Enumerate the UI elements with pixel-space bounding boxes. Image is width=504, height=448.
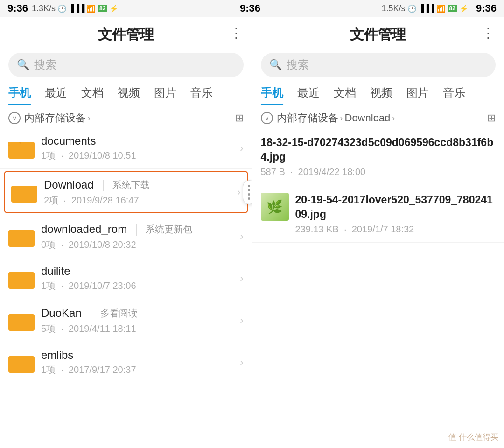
left-tab-docs[interactable]: 文档 bbox=[81, 82, 104, 105]
folder-icon-download bbox=[11, 181, 37, 203]
file-thumb-1: 🌿 bbox=[261, 193, 289, 221]
left-panel: 文件管理 ⋮ 🔍 搜索 手机 最近 文档 视频 图片 音乐 ∨ 内部存储设备 › bbox=[0, 17, 252, 448]
right-search-placeholder: 搜索 bbox=[287, 57, 309, 72]
folder-meta-download: 2项 · 2019/9/28 16:47 bbox=[44, 194, 237, 207]
left-file-list: documents 1项 · 2019/10/8 10:51 › bbox=[0, 128, 252, 448]
signal-icon-left: ▐▐▐ bbox=[69, 4, 84, 13]
left-search-icon: 🔍 bbox=[17, 59, 29, 71]
left-tab-recent[interactable]: 最近 bbox=[45, 82, 67, 105]
folder-name-duilite: duilite bbox=[41, 265, 240, 278]
folder-icon-duokan bbox=[8, 309, 35, 332]
status-time-left: 9:36 bbox=[7, 2, 28, 14]
folder-item-duokan[interactable]: DuoKan ｜ 多看阅读 5项 · 2019/4/11 18:11 › bbox=[0, 299, 252, 342]
battery-left: 82 bbox=[98, 5, 107, 12]
folder-icon-documents bbox=[8, 137, 35, 160]
right-tab-phone[interactable]: 手机 bbox=[261, 82, 283, 105]
right-panel-header: 文件管理 ⋮ bbox=[252, 17, 504, 49]
right-tabs: 手机 最近 文档 视频 图片 音乐 bbox=[252, 82, 504, 105]
folder-item-downloaded-rom[interactable]: downloaded_rom ｜ 系统更新包 0项 · 2019/10/8 20… bbox=[0, 215, 252, 258]
file-info-1: 20-19-54-2017lover520_537709_78024109.jp… bbox=[295, 193, 496, 235]
right-tab-recent[interactable]: 最近 bbox=[297, 82, 320, 105]
left-panel-title: 文件管理 bbox=[98, 25, 154, 44]
status-time-center: 9:36 bbox=[240, 2, 260, 14]
left-search-bar[interactable]: 🔍 搜索 bbox=[8, 53, 244, 77]
file-thumb-placeholder-1: 🌿 bbox=[261, 193, 289, 221]
left-grid-view-button[interactable]: ⊞ bbox=[235, 112, 244, 124]
watermark: 值 什么值得买 bbox=[448, 432, 498, 442]
left-tab-phone[interactable]: 手机 bbox=[8, 82, 31, 105]
folder-chevron-download: › bbox=[237, 186, 240, 198]
status-icons-left: 1.3K/s 🕐 ▐▐▐ 📶 82 ⚡ bbox=[32, 4, 119, 14]
folder-item-emlibs[interactable]: emlibs 1项 · 2017/9/17 20:37 › bbox=[0, 342, 252, 383]
folder-info-duokan: DuoKan ｜ 多看阅读 5项 · 2019/4/11 18:11 bbox=[41, 306, 240, 335]
file-name-1: 20-19-54-2017lover520_537709_78024109.jp… bbox=[295, 193, 496, 222]
right-breadcrumb-root: 内部存储设备 bbox=[277, 111, 338, 125]
folder-icon-emlibs bbox=[8, 351, 35, 374]
right-panel: 文件管理 ⋮ 🔍 搜索 手机 最近 文档 视频 图片 音乐 ∨ 内部存储设备 ›… bbox=[252, 17, 504, 448]
speed-indicator-left: 1.3K/s bbox=[32, 4, 56, 14]
status-left: 9:36 1.3K/s 🕐 ▐▐▐ 📶 82 ⚡ bbox=[7, 2, 119, 14]
folder-item-documents[interactable]: documents 1项 · 2019/10/8 10:51 › bbox=[0, 128, 252, 169]
right-tab-video[interactable]: 视频 bbox=[370, 82, 392, 105]
panel-drag-handle[interactable] bbox=[243, 180, 252, 204]
status-bar: 9:36 1.3K/s 🕐 ▐▐▐ 📶 82 ⚡ 9:36 1.5K/s 🕐 ▐… bbox=[0, 0, 504, 17]
folder-name-duokan: DuoKan ｜ 多看阅读 bbox=[41, 306, 240, 321]
right-grid-view-button[interactable]: ⊞ bbox=[487, 112, 496, 124]
wifi-icon-right: 📶 bbox=[436, 4, 446, 13]
folder-meta-documents: 1项 · 2019/10/8 10:51 bbox=[41, 149, 240, 162]
file-meta-0: 587 B · 2019/4/22 18:00 bbox=[261, 167, 496, 177]
folder-meta-emlibs: 1项 · 2017/9/17 20:37 bbox=[41, 364, 240, 376]
speed-indicator-right: 1.5K/s bbox=[382, 4, 406, 14]
folder-meta-duilite: 1项 · 2019/10/7 23:06 bbox=[41, 280, 240, 292]
folder-chevron-duokan: › bbox=[240, 315, 243, 327]
folder-chevron-emlibs: › bbox=[240, 357, 243, 369]
file-name-0: 18-32-15-d70274323d5c09d069596ccd8b31f6b… bbox=[261, 135, 496, 164]
main-panels: 文件管理 ⋮ 🔍 搜索 手机 最近 文档 视频 图片 音乐 ∨ 内部存储设备 › bbox=[0, 17, 504, 448]
left-tab-photo[interactable]: 图片 bbox=[154, 82, 176, 105]
left-panel-menu-button[interactable]: ⋮ bbox=[230, 25, 243, 41]
folder-info-downloaded-rom: downloaded_rom ｜ 系统更新包 0项 · 2019/10/8 20… bbox=[41, 222, 240, 251]
status-center: 9:36 bbox=[240, 2, 260, 14]
folder-item-download[interactable]: Download ｜ 系统下载 2项 · 2019/9/28 16:47 › bbox=[4, 171, 248, 213]
folder-info-emlibs: emlibs 1项 · 2017/9/17 20:37 bbox=[41, 349, 240, 376]
status-icons-right: 1.5K/s 🕐 ▐▐▐ 📶 82 ⚡ bbox=[382, 4, 469, 14]
right-tab-docs[interactable]: 文档 bbox=[334, 82, 356, 105]
left-breadcrumb-row: ∨ 内部存储设备 › ⊞ bbox=[0, 105, 252, 128]
left-breadcrumb-root: 内部存储设备 bbox=[24, 111, 86, 125]
folder-name-emlibs: emlibs bbox=[41, 349, 240, 362]
clock-icon-right: 🕐 bbox=[407, 4, 417, 13]
file-item-0[interactable]: 18-32-15-d70274323d5c09d069596ccd8b31f6b… bbox=[252, 128, 504, 185]
left-breadcrumb-sep: › bbox=[88, 113, 91, 123]
left-tabs: 手机 最近 文档 视频 图片 音乐 bbox=[0, 82, 252, 105]
folder-name-download: Download ｜ 系统下载 bbox=[44, 177, 237, 192]
left-tab-video[interactable]: 视频 bbox=[118, 82, 140, 105]
folder-name-downloaded-rom: downloaded_rom ｜ 系统更新包 bbox=[41, 222, 240, 237]
right-breadcrumb-expand-button[interactable]: ∨ bbox=[261, 112, 273, 124]
left-breadcrumb-left: ∨ 内部存储设备 › bbox=[8, 111, 91, 125]
wifi-icon-left: 📶 bbox=[86, 4, 96, 13]
file-info-0: 18-32-15-d70274323d5c09d069596ccd8b31f6b… bbox=[261, 135, 496, 177]
right-tab-photo[interactable]: 图片 bbox=[406, 82, 429, 105]
file-item-1[interactable]: 🌿 20-19-54-2017lover520_537709_78024109.… bbox=[252, 185, 504, 243]
folder-info-download: Download ｜ 系统下载 2项 · 2019/9/28 16:47 bbox=[44, 177, 237, 207]
folder-chevron-downloaded-rom: › bbox=[240, 231, 243, 243]
left-tab-music[interactable]: 音乐 bbox=[190, 82, 213, 105]
status-right: 1.5K/s 🕐 ▐▐▐ 📶 82 ⚡ 9:36 bbox=[382, 2, 497, 14]
clock-icon-left: 🕐 bbox=[57, 4, 67, 13]
right-panel-menu-button[interactable]: ⋮ bbox=[482, 25, 495, 41]
left-panel-header: 文件管理 ⋮ bbox=[0, 17, 252, 49]
charging-icon-left: ⚡ bbox=[109, 4, 119, 13]
right-breadcrumb-left: ∨ 内部存储设备 › Download › bbox=[261, 111, 395, 125]
right-search-icon: 🔍 bbox=[269, 59, 282, 71]
battery-right: 82 bbox=[448, 5, 457, 12]
folder-item-duilite[interactable]: duilite 1项 · 2019/10/7 23:06 › bbox=[0, 258, 252, 299]
right-breadcrumb-text: 内部存储设备 › Download › bbox=[277, 111, 395, 125]
right-search-bar[interactable]: 🔍 搜索 bbox=[261, 53, 496, 77]
charging-icon-right: ⚡ bbox=[459, 4, 469, 13]
left-search-placeholder: 搜索 bbox=[34, 57, 56, 72]
right-file-list: 18-32-15-d70274323d5c09d069596ccd8b31f6b… bbox=[252, 128, 504, 448]
left-breadcrumb-expand-button[interactable]: ∨ bbox=[8, 112, 21, 124]
right-tab-music[interactable]: 音乐 bbox=[443, 82, 465, 105]
right-breadcrumb-row: ∨ 内部存储设备 › Download › ⊞ bbox=[252, 105, 504, 128]
left-breadcrumb-text: 内部存储设备 › bbox=[24, 111, 91, 125]
